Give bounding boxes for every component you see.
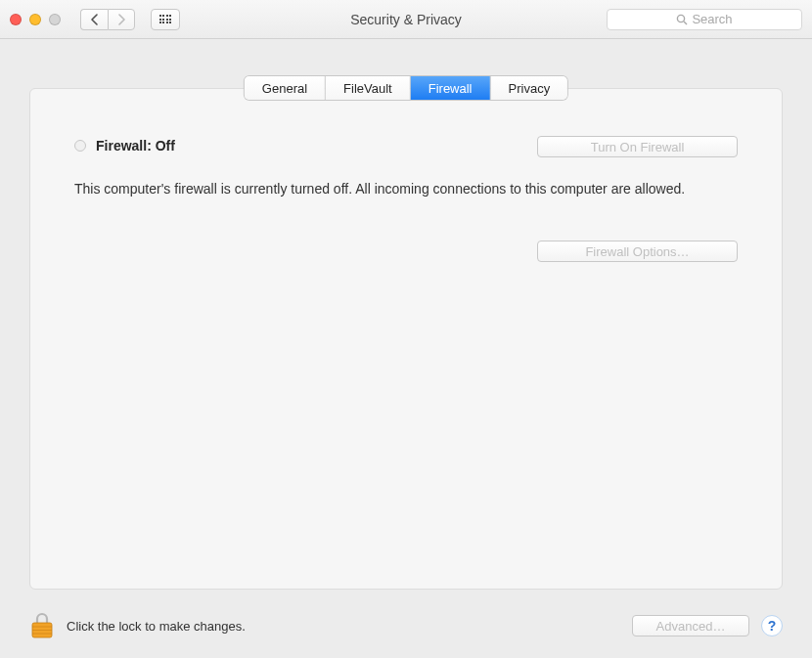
forward-button xyxy=(108,9,135,30)
tab-filevault[interactable]: FileVault xyxy=(326,76,411,100)
window-title: Security & Privacy xyxy=(350,12,462,27)
titlebar: Security & Privacy Search xyxy=(0,0,812,39)
tab-firewall[interactable]: Firewall xyxy=(411,76,491,100)
lock-text: Click the lock to make changes. xyxy=(67,619,246,634)
tab-bar: General FileVault Firewall Privacy xyxy=(245,76,567,100)
lock-button[interactable] xyxy=(29,611,55,640)
search-icon xyxy=(676,14,688,25)
back-button[interactable] xyxy=(80,9,108,30)
advanced-button[interactable]: Advanced… xyxy=(632,615,749,636)
svg-point-0 xyxy=(678,15,685,22)
traffic-lights xyxy=(10,14,61,25)
firewall-description: This computer's firewall is currently tu… xyxy=(74,179,700,198)
search-input[interactable]: Search xyxy=(607,9,802,30)
nav-buttons xyxy=(80,9,135,30)
tab-general[interactable]: General xyxy=(245,76,326,100)
firewall-panel: Firewall: Off Turn On Firewall This comp… xyxy=(29,88,783,590)
minimize-window-button[interactable] xyxy=(29,14,41,25)
firewall-options-button: Firewall Options… xyxy=(537,241,738,262)
footer: Click the lock to make changes. Advanced… xyxy=(29,611,783,640)
chevron-right-icon xyxy=(117,14,126,25)
tab-privacy[interactable]: Privacy xyxy=(491,76,568,100)
firewall-status-label: Firewall: Off xyxy=(96,138,175,154)
status-indicator-icon xyxy=(74,140,86,152)
svg-line-1 xyxy=(684,22,687,24)
search-placeholder: Search xyxy=(692,12,732,26)
zoom-window-button xyxy=(49,14,61,25)
content: General FileVault Firewall Privacy Firew… xyxy=(0,39,812,658)
chevron-left-icon xyxy=(90,14,99,25)
turn-on-firewall-button: Turn On Firewall xyxy=(537,136,738,157)
lock-icon xyxy=(29,611,55,640)
help-button[interactable]: ? xyxy=(761,615,783,636)
show-all-button[interactable] xyxy=(151,9,180,30)
close-window-button[interactable] xyxy=(10,14,22,25)
grid-icon xyxy=(159,15,172,23)
